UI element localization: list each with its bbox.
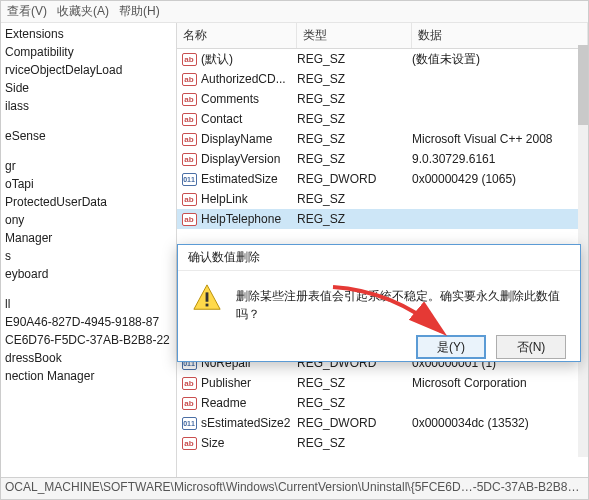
value-type: REG_SZ [297,376,412,390]
value-name: Publisher [201,376,297,390]
value-data: (数值未设置) [412,51,584,68]
tree-item[interactable]: ll [1,295,176,313]
value-name: HelpLink [201,192,297,206]
svg-rect-1 [206,292,209,301]
col-name[interactable]: 名称 [177,23,297,48]
value-name: HelpTelephone [201,212,297,226]
string-value-icon: ab [181,151,197,167]
value-data: 0x0000034dc (13532) [412,416,584,430]
value-name: DisplayName [201,132,297,146]
tree-panel[interactable]: Extensions Compatibility rviceObjectDela… [1,23,177,479]
value-type: REG_SZ [297,152,412,166]
tree-item[interactable]: dressBook [1,349,176,367]
tree-item[interactable]: ony [1,211,176,229]
table-row[interactable]: abContactREG_SZ [177,109,588,129]
table-row[interactable]: abDisplayVersionREG_SZ9.0.30729.6161 [177,149,588,169]
svg-rect-2 [206,304,209,307]
binary-value-icon: 011 [181,415,197,431]
string-value-icon: ab [181,191,197,207]
tree-item[interactable]: Manager [1,229,176,247]
tree-item[interactable]: CE6D76-F5DC-37AB-B2B8-22 [1,331,176,349]
value-name: Comments [201,92,297,106]
value-type: REG_DWORD [297,416,412,430]
value-name: DisplayVersion [201,152,297,166]
tree-item[interactable]: rviceObjectDelayLoad [1,61,176,79]
col-data[interactable]: 数据 [412,23,588,48]
no-button[interactable]: 否(N) [496,335,566,359]
tree-item[interactable]: E90A46-827D-4945-9188-87 [1,313,176,331]
value-data: 0x00000429 (1065) [412,172,584,186]
table-row[interactable]: abAuthorizedCD...REG_SZ [177,69,588,89]
warning-icon [192,283,222,313]
menubar: 查看(V) 收藏夹(A) 帮助(H) [1,1,588,23]
tree-item[interactable]: Extensions [1,25,176,43]
status-bar: OCAL_MACHINE\SOFTWARE\Microsoft\Windows\… [1,477,588,499]
value-name: AuthorizedCD... [201,72,297,86]
value-type: REG_SZ [297,436,412,450]
value-data: Microsoft Corporation [412,376,584,390]
status-path: OCAL_MACHINE\SOFTWARE\Microsoft\Windows\… [5,480,579,494]
col-type[interactable]: 类型 [297,23,412,48]
string-value-icon: ab [181,71,197,87]
string-value-icon: ab [181,51,197,67]
tree-item[interactable]: eSense [1,127,176,145]
table-row[interactable]: abDisplayNameREG_SZMicrosoft Visual C++ … [177,129,588,149]
tree-item[interactable]: nection Manager [1,367,176,385]
string-value-icon: ab [181,111,197,127]
string-value-icon: ab [181,131,197,147]
yes-button[interactable]: 是(Y) [416,335,486,359]
dialog-title: 确认数值删除 [178,245,580,271]
value-data: Microsoft Visual C++ 2008 [412,132,584,146]
scrollbar-thumb[interactable] [578,45,588,125]
table-row[interactable]: 011sEstimatedSize2REG_DWORD0x0000034dc (… [177,413,588,433]
string-value-icon: ab [181,435,197,451]
value-name: Size [201,436,297,450]
value-type: REG_SZ [297,132,412,146]
tree-item[interactable]: Compatibility [1,43,176,61]
table-row[interactable]: 011EstimatedSizeREG_DWORD0x00000429 (106… [177,169,588,189]
tree-item[interactable]: s [1,247,176,265]
dialog-message: 删除某些注册表值会引起系统不稳定。确实要永久删除此数值吗？ [236,283,566,323]
string-value-icon: ab [181,375,197,391]
value-data: 9.0.30729.6161 [412,152,584,166]
value-name: sEstimatedSize2 [201,416,297,430]
value-type: REG_SZ [297,112,412,126]
value-name: EstimatedSize [201,172,297,186]
menu-view[interactable]: 查看(V) [7,3,47,20]
menu-help[interactable]: 帮助(H) [119,3,160,20]
column-headers: 名称 类型 数据 [177,23,588,49]
table-row[interactable]: abHelpTelephoneREG_SZ [177,209,588,229]
binary-value-icon: 011 [181,171,197,187]
value-name: Contact [201,112,297,126]
value-type: REG_SZ [297,396,412,410]
value-type: REG_SZ [297,52,412,66]
value-type: REG_SZ [297,212,412,226]
tree-item[interactable]: ilass [1,97,176,115]
value-name: (默认) [201,51,297,68]
table-row[interactable]: abPublisherREG_SZMicrosoft Corporation [177,373,588,393]
menu-favorites[interactable]: 收藏夹(A) [57,3,109,20]
value-type: REG_SZ [297,72,412,86]
tree-item[interactable]: ProtectedUserData [1,193,176,211]
value-type: REG_SZ [297,92,412,106]
table-row[interactable]: abSizeREG_SZ [177,433,588,453]
table-row[interactable]: abCommentsREG_SZ [177,89,588,109]
tree-item[interactable]: Side [1,79,176,97]
string-value-icon: ab [181,211,197,227]
table-row[interactable]: ab(默认)REG_SZ(数值未设置) [177,49,588,69]
value-type: REG_DWORD [297,172,412,186]
string-value-icon: ab [181,91,197,107]
string-value-icon: ab [181,395,197,411]
confirm-delete-dialog: 确认数值删除 删除某些注册表值会引起系统不稳定。确实要永久删除此数值吗？ 是(Y… [177,244,581,362]
tree-item[interactable]: gr [1,157,176,175]
value-type: REG_SZ [297,192,412,206]
value-name: Readme [201,396,297,410]
tree-item[interactable]: oTapi [1,175,176,193]
tree-item[interactable]: eyboard [1,265,176,283]
table-row[interactable]: abReadmeREG_SZ [177,393,588,413]
table-row[interactable]: abHelpLinkREG_SZ [177,189,588,209]
